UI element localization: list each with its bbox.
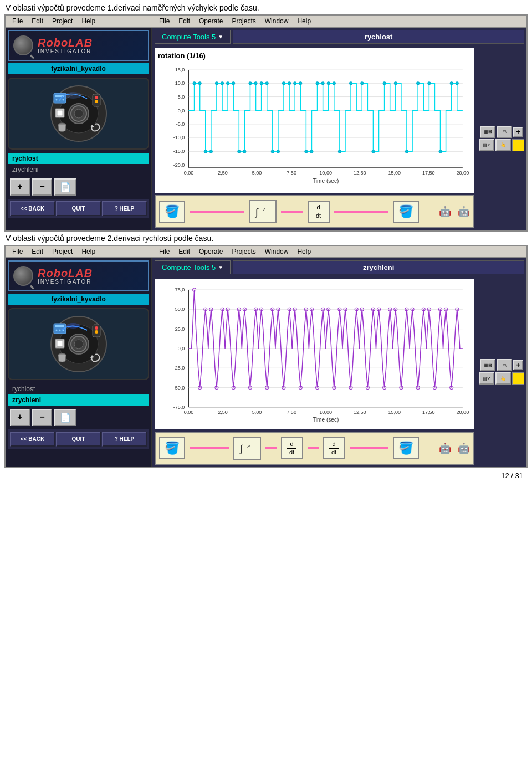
menu-project-2[interactable]: Project — [48, 247, 77, 257]
compute-tools-btn-1[interactable]: Compute Tools 5 ▼ — [155, 30, 231, 44]
side-ctrl-row-1: ▦⊞ .## + — [480, 126, 523, 138]
svg-point-92 — [59, 330, 60, 331]
add-button-1[interactable]: + — [10, 178, 30, 196]
top-bar-2: Compute Tools 5 ▼ zrychleni — [152, 258, 526, 276]
ctrl-btn-2a[interactable]: ▦⊞ — [480, 359, 495, 371]
svg-point-72 — [338, 150, 341, 153]
svg-point-101 — [74, 340, 83, 349]
menu-r-help-1[interactable]: Help — [293, 16, 315, 26]
svg-text:20,00: 20,00 — [457, 170, 469, 176]
menu-edit-1[interactable]: Edit — [27, 16, 48, 26]
side-ctrl-row-2: ▤Y 👆 — [479, 139, 524, 151]
svg-point-50 — [215, 82, 218, 85]
formula-deriv-box-1: d dt — [308, 201, 330, 223]
menu-r-operate-2[interactable]: Operate — [195, 247, 227, 257]
data-item-zrychleni-2[interactable]: zrychleni — [8, 394, 149, 406]
menu-r-help-2[interactable]: Help — [293, 247, 315, 257]
wheel-svg-1 — [23, 83, 134, 144]
menu-edit-2[interactable]: Edit — [27, 247, 48, 257]
svg-point-10 — [95, 100, 98, 103]
sidebar-2: RoboLAB INVESTIGATOR fyzikalni_kyvadlo — [6, 258, 152, 467]
chart-title-1: rotation (1/16) — [158, 52, 471, 60]
plus-btn-1[interactable]: + — [513, 127, 523, 137]
menu-r-edit-1[interactable]: Edit — [174, 16, 195, 26]
svg-point-91 — [55, 330, 57, 331]
svg-point-58 — [260, 82, 263, 85]
quit-button-2[interactable]: QUIT — [56, 432, 101, 447]
main-area-1: RoboLAB INVESTIGATOR fyzikalni_kyvadlo — [6, 28, 526, 230]
help-button-2[interactable]: ? HELP — [102, 432, 147, 447]
svg-text:15,00: 15,00 — [388, 170, 401, 176]
svg-text:0,00: 0,00 — [184, 409, 194, 415]
data-item-rychlost-1[interactable]: rychlost — [8, 153, 149, 164]
pink-line-2d — [350, 447, 389, 449]
svg-text:5,00: 5,00 — [252, 170, 262, 176]
ctrl-btn-1d[interactable]: 👆 — [495, 139, 511, 151]
menu-r-operate-1[interactable]: Operate — [195, 16, 227, 26]
svg-point-68 — [316, 82, 319, 85]
back-button-2[interactable]: << BACK — [10, 432, 55, 447]
svg-point-14 — [74, 109, 83, 118]
menu-r-edit-2[interactable]: Edit — [174, 247, 195, 257]
svg-point-70 — [327, 82, 330, 85]
menu-r-projects-1[interactable]: Projects — [227, 16, 260, 26]
svg-point-65 — [299, 82, 302, 85]
menu-file-1[interactable]: File — [8, 16, 27, 26]
page-button-2[interactable]: 📄 — [54, 409, 76, 426]
svg-point-57 — [254, 82, 257, 85]
ctrl-btn-2b[interactable]: .## — [497, 359, 512, 371]
svg-point-81 — [439, 150, 442, 153]
data-item-rychlost-2[interactable]: rychlost — [8, 383, 149, 394]
back-button-1[interactable]: << BACK — [10, 201, 55, 216]
side-ctrl-row-3: ▦⊞ .## + — [480, 359, 523, 371]
svg-point-55 — [243, 150, 246, 153]
compute-tools-btn-2[interactable]: Compute Tools 5 ▼ — [155, 260, 231, 274]
menu-project-1[interactable]: Project — [48, 16, 77, 26]
ctrl-btn-1b[interactable]: .## — [497, 126, 512, 138]
project-name-1: fyzikalni_kyvadlo — [8, 63, 149, 74]
quit-button-1[interactable]: QUIT — [56, 201, 101, 216]
ctrl-btn-1a[interactable]: ▦⊞ — [480, 126, 495, 138]
help-button-1[interactable]: ? HELP — [102, 201, 147, 216]
svg-point-54 — [238, 150, 241, 153]
compute-tools-label-1: Compute Tools 5 — [162, 33, 216, 41]
menu-r-projects-2[interactable]: Projects — [227, 247, 260, 257]
svg-text:-25,0: -25,0 — [173, 365, 185, 371]
remove-button-1[interactable]: − — [32, 178, 52, 196]
svg-text:25,0: 25,0 — [175, 326, 185, 332]
svg-text:0,00: 0,00 — [184, 170, 194, 176]
svg-text:Time (sec): Time (sec) — [313, 417, 339, 423]
ctrl-btn-2d[interactable]: 👆 — [495, 372, 511, 385]
plus-btn-2[interactable]: + — [513, 360, 523, 370]
page-button-1[interactable]: 📄 — [54, 178, 76, 196]
app-window-2: File Edit Project Help File Edit Operate… — [4, 245, 528, 468]
svg-point-73 — [350, 82, 352, 85]
formula-deriv-box-2a: d dt — [281, 437, 303, 459]
svg-text:12,50: 12,50 — [354, 409, 366, 415]
menu-r-window-1[interactable]: Window — [260, 16, 293, 26]
menu-r-window-2[interactable]: Window — [260, 247, 293, 257]
svg-text:50,0: 50,0 — [175, 306, 185, 312]
svg-text:17,50: 17,50 — [422, 170, 435, 176]
svg-text:-15,0: -15,0 — [173, 148, 185, 154]
menu-help-2[interactable]: Help — [77, 247, 100, 257]
svg-point-62 — [282, 82, 285, 85]
data-list-2: rychlost zrychleni — [8, 383, 149, 406]
chart-area-1: rotation (1/16) 15,0 — [155, 48, 474, 193]
top-bar-1: Compute Tools 5 ▼ rychlost — [152, 28, 526, 46]
menu-help-1[interactable]: Help — [77, 16, 100, 26]
menu-r-file-2[interactable]: File — [155, 247, 174, 257]
svg-point-60 — [271, 150, 274, 153]
svg-point-99 — [66, 323, 80, 329]
add-button-2[interactable]: + — [10, 409, 30, 426]
controls-wheel-2 — [8, 308, 149, 380]
remove-button-2[interactable]: − — [32, 409, 52, 426]
svg-point-96 — [95, 330, 98, 334]
ctrl-btn-2c[interactable]: ▤Y — [479, 372, 494, 385]
menu-r-file-1[interactable]: File — [155, 16, 174, 26]
svg-rect-98 — [57, 341, 63, 346]
data-item-zrychleni-1[interactable]: zrychleni — [8, 164, 149, 175]
menu-file-2[interactable]: File — [8, 247, 27, 257]
right-panel-2: Compute Tools 5 ▼ zrychleni — [152, 258, 526, 467]
ctrl-btn-1c[interactable]: ▤Y — [479, 139, 494, 151]
